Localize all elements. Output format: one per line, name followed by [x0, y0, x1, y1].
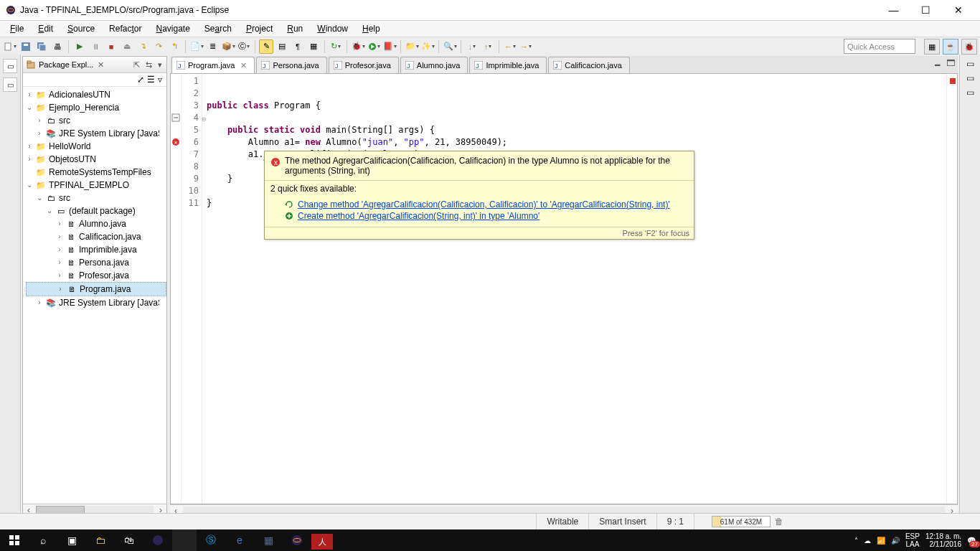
adobe-reader-button[interactable]: 人	[311, 534, 333, 550]
tree-item-selected[interactable]: Program.java	[80, 283, 131, 296]
new-class-button[interactable]: Ⓒ	[237, 39, 251, 54]
app1-button[interactable]	[172, 529, 197, 551]
minimized-view-button-d[interactable]: ▭	[966, 73, 974, 83]
tray-onedrive-icon[interactable]: ☁	[864, 537, 871, 545]
menu-file[interactable]: File	[3, 22, 31, 35]
package-explorer-tab[interactable]: Package Expl... ✕ ⇱ ⇆ ▾	[23, 57, 166, 73]
open-perspective-button[interactable]: ▦	[924, 39, 940, 55]
heap-bar[interactable]: 61M of 432M	[712, 516, 771, 527]
link-editor-button[interactable]: ⇆	[144, 60, 154, 70]
overview-error-marker[interactable]	[950, 78, 956, 84]
java-perspective-button[interactable]: ☕	[943, 39, 958, 55]
tray-notifications-icon[interactable]: 💬27	[967, 537, 976, 545]
step-over-button[interactable]: ↷	[151, 39, 166, 54]
toggle-mark-button[interactable]: ✎	[259, 39, 273, 54]
tree-item[interactable]: JRE System Library [JavaSE-1.8]	[59, 127, 159, 140]
tree-item[interactable]: RemoteSystemsTempFiles	[49, 166, 151, 179]
toggle-block-button[interactable]: ▤	[275, 39, 289, 54]
maximize-view-button[interactable]: 🗖	[946, 58, 955, 68]
tray-lang[interactable]: ESP	[905, 532, 920, 540]
menu2-button[interactable]: ▿	[158, 75, 162, 85]
new-button[interactable]	[3, 39, 17, 54]
edge-button[interactable]: e	[225, 529, 254, 551]
tree-item[interactable]: TPFINAL_EJEMPLO	[49, 179, 129, 192]
overview-ruler[interactable]	[946, 74, 957, 504]
tree-item[interactable]: Profesor.java	[79, 269, 129, 282]
quickfix-create-method[interactable]: Create method 'AgregarCalificacion(Strin…	[285, 211, 688, 221]
debug-disconnect-button[interactable]: ⏏	[120, 39, 134, 54]
run-external-button[interactable]: 📕	[382, 39, 397, 54]
search-button[interactable]: ⌕	[29, 529, 57, 551]
show-grid-button[interactable]: ▦	[306, 39, 321, 54]
tray-chevron-icon[interactable]: ˄	[854, 537, 858, 545]
editor-tab-calificacion[interactable]: JCalificacion.java	[548, 57, 629, 73]
error-ruler[interactable]: x	[171, 74, 182, 504]
menu-navigate[interactable]: Navigate	[149, 22, 197, 35]
editor-tab-persona[interactable]: JPersona.java	[256, 57, 326, 73]
menu-search[interactable]: Search	[197, 22, 239, 35]
tree-item[interactable]: src	[59, 192, 70, 204]
editor-tab-program[interactable]: J Program.java ✕	[171, 57, 255, 73]
tray-network-icon[interactable]: 📶	[877, 537, 885, 545]
gc-trash-icon[interactable]: 🗑	[775, 517, 783, 527]
tree-item[interactable]: Persona.java	[79, 256, 129, 269]
search-button[interactable]: 🔍	[443, 39, 457, 54]
eclipse-taskbar-button[interactable]	[143, 529, 172, 551]
debug-stop-button[interactable]: ■	[104, 39, 118, 54]
editor-tab-imprimible[interactable]: JImprimible.java	[469, 57, 547, 73]
quickfix-change-method[interactable]: Change method 'AgregarCalificacion(Calif…	[285, 199, 688, 209]
debug-button[interactable]: 🐞	[351, 39, 365, 54]
tree-item[interactable]: src	[59, 114, 70, 127]
fold-expand-icon[interactable]	[171, 113, 180, 122]
print-button[interactable]: 🖶	[50, 39, 65, 54]
devcpp-button[interactable]: ▦	[254, 529, 283, 551]
menu-edit[interactable]: Edit	[31, 22, 60, 35]
prev-annotation-button[interactable]: ↑	[481, 39, 495, 54]
editor-tab-profesor[interactable]: JProfesor.java	[329, 57, 399, 73]
tab-close-icon[interactable]: ✕	[98, 60, 104, 70]
tray-volume-icon[interactable]: 🔊	[891, 537, 900, 545]
debug-resume-button[interactable]: ▶	[72, 39, 87, 54]
tree-item[interactable]: Ejemplo_Herencia	[49, 101, 119, 114]
menu-window[interactable]: Window	[310, 22, 355, 35]
menu-project[interactable]: Project	[239, 22, 280, 35]
view-menu-button[interactable]: ▾	[156, 60, 164, 70]
debug-perspective-button[interactable]: 🐞	[961, 39, 977, 55]
minimized-view-button-b[interactable]: ▭	[3, 77, 17, 92]
menu-run[interactable]: Run	[280, 22, 310, 35]
collapse-all-button[interactable]: ⇱	[132, 60, 141, 70]
build-button[interactable]: ↻	[329, 39, 343, 54]
next-annotation-button[interactable]: ↓	[465, 39, 479, 54]
tree-item[interactable]: JRE System Library [JavaSE-1.8]	[59, 296, 159, 309]
save-button[interactable]	[19, 39, 33, 54]
save-all-button[interactable]	[34, 39, 49, 54]
tree-item[interactable]: AdicionalesUTN	[49, 88, 110, 101]
close-icon[interactable]: ✕	[240, 61, 247, 70]
package-explorer-tree[interactable]: ›📁AdicionalesUTN ⌄📁Ejemplo_Herencia ›🗀sr…	[23, 87, 166, 504]
store-button[interactable]: 🛍	[115, 529, 143, 551]
eclipse2-button[interactable]	[283, 529, 311, 551]
toggle-breadcrumb-button[interactable]: ≣	[205, 39, 220, 54]
minimized-view-button-a[interactable]: ▭	[3, 59, 17, 73]
tree-item[interactable]: ObjetosUTN	[49, 153, 96, 166]
run-button[interactable]	[367, 39, 381, 54]
tree-item[interactable]: (default package)	[69, 204, 136, 217]
open-type-button[interactable]: 📄	[189, 39, 204, 54]
back-button[interactable]: ←	[503, 39, 517, 54]
minimized-view-button-e[interactable]: ▭	[966, 88, 974, 98]
menu-source[interactable]: Source	[60, 22, 102, 35]
tray-clock[interactable]: 12:18 a. m. 2/11/2016	[925, 532, 961, 548]
focus-button[interactable]: ⤢	[137, 75, 144, 85]
filter-button[interactable]: ☰	[147, 75, 155, 85]
tray-region[interactable]: LAA	[905, 540, 920, 548]
error-marker-icon[interactable]: x	[171, 138, 180, 146]
tree-item[interactable]: Alumno.java	[79, 217, 126, 230]
minimize-view-button[interactable]: 🗕	[933, 58, 942, 68]
new-annotation-button[interactable]: ✨	[420, 39, 435, 54]
code-editor[interactable]: public class Program { public static voi…	[202, 74, 946, 504]
step-into-button[interactable]: ↴	[136, 39, 150, 54]
close-button[interactable]: ✕	[942, 0, 974, 20]
minimize-button[interactable]: —	[877, 0, 910, 20]
tree-item[interactable]: Calificacion.java	[79, 230, 141, 243]
quick-access-input[interactable]: Quick Access	[844, 39, 915, 54]
